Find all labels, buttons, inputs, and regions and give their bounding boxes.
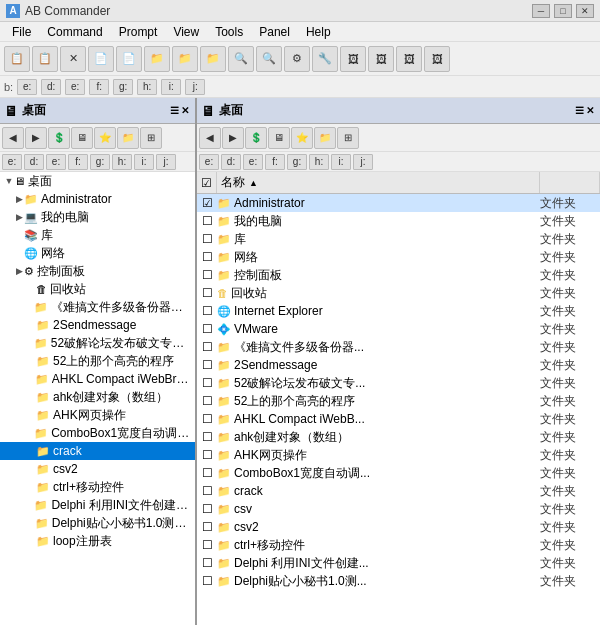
left-drive-e:[interactable]: e: (46, 154, 66, 170)
toolbar-btn-7[interactable]: 📁 (200, 46, 226, 72)
right-drive-i:[interactable]: i: (331, 154, 351, 170)
item-checkbox[interactable]: ☐ (197, 214, 217, 228)
toolbar-btn-8[interactable]: 🔍 (228, 46, 254, 72)
tree-item[interactable]: 📁csv2 (0, 460, 195, 478)
drive-btn-f:[interactable]: f: (89, 79, 109, 95)
toolbar-btn-9[interactable]: 🔍 (256, 46, 282, 72)
tree-item[interactable]: 📁ahk创建对象（数组） (0, 388, 195, 406)
menu-item-tools[interactable]: Tools (207, 24, 251, 40)
file-list[interactable]: ☑ 📁 Administrator 文件夹 ☐ 📁 我的电脑 文件夹 ☐ 📁 库… (197, 194, 600, 625)
toolbar-btn-11[interactable]: 🔧 (312, 46, 338, 72)
item-checkbox[interactable]: ☐ (197, 232, 217, 246)
toolbar-btn-2[interactable]: ✕ (60, 46, 86, 72)
drive-btn-i:[interactable]: i: (161, 79, 181, 95)
drive-btn-e:[interactable]: e: (17, 79, 37, 95)
tree-item[interactable]: 📁Delphi 利用INI文件创建窗口 (0, 496, 195, 514)
right-tb-btn-2[interactable]: 💲 (245, 127, 267, 149)
tree-item[interactable]: 📁ctrl+移动控件 (0, 478, 195, 496)
list-item[interactable]: ☐ 🌐 Internet Explorer 文件夹 (197, 302, 600, 320)
right-tb-btn-4[interactable]: ⭐ (291, 127, 313, 149)
right-drive-d:[interactable]: d: (221, 154, 241, 170)
drive-btn-d:[interactable]: d: (41, 79, 61, 95)
drive-btn-e:[interactable]: e: (65, 79, 85, 95)
left-drive-j:[interactable]: j: (156, 154, 176, 170)
list-item[interactable]: ☐ 📁 Delphi贴心小秘书1.0测... 文件夹 (197, 572, 600, 590)
right-tb-btn-5[interactable]: 📁 (314, 127, 336, 149)
list-item[interactable]: ☑ 📁 Administrator 文件夹 (197, 194, 600, 212)
list-item[interactable]: ☐ 📁 csv2 文件夹 (197, 518, 600, 536)
list-item[interactable]: ☐ 📁 控制面板 文件夹 (197, 266, 600, 284)
toolbar-btn-5[interactable]: 📁 (144, 46, 170, 72)
item-checkbox[interactable]: ☐ (197, 412, 217, 426)
menu-item-command[interactable]: Command (39, 24, 110, 40)
left-tree[interactable]: ▼🖥桌面▶📁Administrator▶💻我的电脑 📚库 🌐网络▶⚙控制面板 🗑… (0, 172, 195, 625)
tree-item[interactable]: ▶💻我的电脑 (0, 208, 195, 226)
tree-item[interactable]: 📁52上的那个高亮的程序 (0, 352, 195, 370)
menu-item-help[interactable]: Help (298, 24, 339, 40)
item-checkbox[interactable]: ☐ (197, 556, 217, 570)
item-checkbox[interactable]: ☐ (197, 304, 217, 318)
tree-item[interactable]: 📁ComboBox1宽度自动调节的 (0, 424, 195, 442)
panel-close-icon[interactable]: ✕ (181, 105, 189, 116)
left-tb-btn-2[interactable]: 💲 (48, 127, 70, 149)
name-header[interactable]: 名称 ▲ (217, 172, 540, 193)
menu-item-file[interactable]: File (4, 24, 39, 40)
right-drive-e:[interactable]: e: (199, 154, 219, 170)
tree-item[interactable]: 🗑回收站 (0, 280, 195, 298)
list-item[interactable]: ☐ 🗑 回收站 文件夹 (197, 284, 600, 302)
tree-item[interactable]: 📁loop注册表 (0, 532, 195, 550)
list-item[interactable]: ☐ 📁 我的电脑 文件夹 (197, 212, 600, 230)
item-checkbox[interactable]: ☐ (197, 376, 217, 390)
drive-btn-h:[interactable]: h: (137, 79, 157, 95)
minimize-button[interactable]: ─ (532, 4, 550, 18)
drive-btn-g:[interactable]: g: (113, 79, 133, 95)
tree-item[interactable]: ▶📁Administrator (0, 190, 195, 208)
tree-item[interactable]: 📁crack (0, 442, 195, 460)
left-drive-e:[interactable]: e: (2, 154, 22, 170)
toolbar-btn-13[interactable]: 🖼 (368, 46, 394, 72)
left-tb-btn-6[interactable]: ⊞ (140, 127, 162, 149)
list-item[interactable]: ☐ 📁 《难搞文件多级备份器... 文件夹 (197, 338, 600, 356)
right-drive-h:[interactable]: h: (309, 154, 329, 170)
left-tb-btn-0[interactable]: ◀ (2, 127, 24, 149)
left-drive-d:[interactable]: d: (24, 154, 44, 170)
window-controls[interactable]: ─ □ ✕ (532, 4, 594, 18)
item-checkbox[interactable]: ☐ (197, 394, 217, 408)
item-checkbox[interactable]: ☐ (197, 286, 217, 300)
left-drive-g:[interactable]: g: (90, 154, 110, 170)
drive-btn-j:[interactable]: j: (185, 79, 205, 95)
left-tb-btn-5[interactable]: 📁 (117, 127, 139, 149)
right-panel-close-icon[interactable]: ✕ (586, 105, 594, 116)
left-drive-h:[interactable]: h: (112, 154, 132, 170)
right-panel-menu-icon[interactable]: ☰ (575, 105, 584, 116)
item-checkbox[interactable]: ☐ (197, 430, 217, 444)
list-item[interactable]: ☐ 📁 52破解论坛发布破文专... 文件夹 (197, 374, 600, 392)
item-checkbox[interactable]: ☐ (197, 502, 217, 516)
toolbar-btn-15[interactable]: 🖼 (424, 46, 450, 72)
tree-item[interactable]: 📁2Sendmessage (0, 316, 195, 334)
list-item[interactable]: ☐ 📁 ctrl+移动控件 文件夹 (197, 536, 600, 554)
right-drive-g:[interactable]: g: (287, 154, 307, 170)
list-item[interactable]: ☐ 📁 ComboBox1宽度自动调... 文件夹 (197, 464, 600, 482)
maximize-button[interactable]: □ (554, 4, 572, 18)
close-button[interactable]: ✕ (576, 4, 594, 18)
item-checkbox[interactable]: ☐ (197, 466, 217, 480)
list-item[interactable]: ☐ 📁 2Sendmessage 文件夹 (197, 356, 600, 374)
toolbar-btn-6[interactable]: 📁 (172, 46, 198, 72)
tree-item[interactable]: 📁AHK网页操作 (0, 406, 195, 424)
item-checkbox[interactable]: ☐ (197, 268, 217, 282)
list-item[interactable]: ☐ 📁 crack 文件夹 (197, 482, 600, 500)
tree-item[interactable]: 📚库 (0, 226, 195, 244)
item-checkbox[interactable]: ☐ (197, 340, 217, 354)
list-item[interactable]: ☐ 📁 csv 文件夹 (197, 500, 600, 518)
tree-root[interactable]: ▼🖥桌面 (0, 172, 195, 190)
right-tb-btn-0[interactable]: ◀ (199, 127, 221, 149)
item-checkbox[interactable]: ☑ (197, 196, 217, 210)
type-header[interactable] (540, 172, 600, 193)
right-tb-btn-3[interactable]: 🖥 (268, 127, 290, 149)
right-drive-f:[interactable]: f: (265, 154, 285, 170)
menu-item-panel[interactable]: Panel (251, 24, 298, 40)
list-item[interactable]: ☐ 📁 Delphi 利用INI文件创建... 文件夹 (197, 554, 600, 572)
item-checkbox[interactable]: ☐ (197, 358, 217, 372)
item-checkbox[interactable]: ☐ (197, 538, 217, 552)
